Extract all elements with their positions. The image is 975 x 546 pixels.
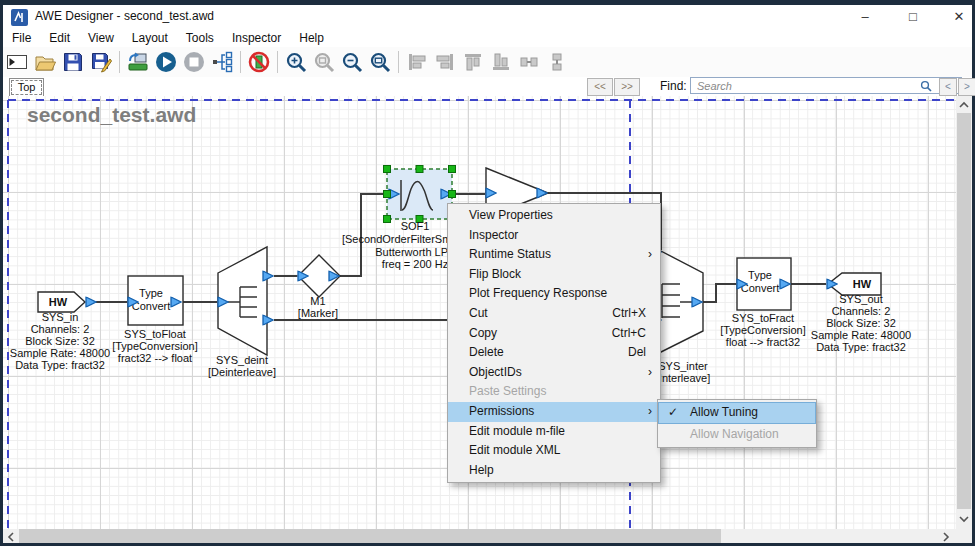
find-label: Find: — [660, 79, 687, 93]
menu-item-runtime-status[interactable]: Runtime Status› — [448, 245, 660, 265]
minimize-button[interactable]: – — [848, 5, 882, 29]
svg-text:SYS_toFloat: SYS_toFloat — [124, 328, 186, 340]
menu-bar: File Edit View Layout Tools Inspector He… — [3, 29, 972, 47]
vertical-scroll-thumb[interactable] — [957, 113, 971, 509]
svg-text:Channels: 2: Channels: 2 — [832, 305, 891, 317]
menu-inspector[interactable]: Inspector — [223, 31, 290, 45]
toolbar-separator — [277, 51, 278, 73]
svg-text:SYS_out: SYS_out — [839, 293, 882, 305]
new-canvas-icon[interactable] — [4, 49, 30, 75]
stop-icon[interactable] — [181, 49, 207, 75]
align-bottom-icon[interactable] — [488, 49, 514, 75]
submenu-item-allow-tuning[interactable]: ✓Allow Tuning — [658, 402, 816, 424]
scroll-left-icon[interactable] — [7, 532, 15, 542]
menu-help[interactable]: Help — [290, 31, 333, 45]
checkmark-icon: ✓ — [668, 402, 678, 424]
block-sys-tofract[interactable]: Type Convert — [737, 258, 791, 310]
svg-text:SYS_in: SYS_in — [42, 311, 79, 323]
block-sys-deint[interactable] — [218, 247, 273, 355]
toolbar-separator — [398, 51, 399, 73]
zoom-out-icon[interactable] — [339, 49, 365, 75]
svg-text:Type: Type — [748, 269, 772, 281]
distribute-vertical-icon[interactable] — [544, 49, 570, 75]
menu-item-flip-block[interactable]: Flip Block — [448, 265, 660, 285]
menu-file[interactable]: File — [3, 31, 40, 45]
toolbar-separator — [119, 51, 120, 73]
svg-text:[TypeConversion]: [TypeConversion] — [720, 324, 806, 336]
menu-edit[interactable]: Edit — [40, 31, 79, 45]
menu-layout[interactable]: Layout — [123, 31, 177, 45]
find-back-button[interactable]: << — [587, 78, 613, 96]
zoom-in-icon[interactable] — [283, 49, 309, 75]
menu-item-inspector[interactable]: Inspector — [448, 226, 660, 246]
open-file-icon[interactable] — [32, 49, 58, 75]
propagate-changes-icon[interactable] — [209, 49, 235, 75]
svg-text:Butterworth LPF: Butterworth LPF — [375, 246, 455, 258]
canvas-title: second_test.awd — [27, 103, 196, 126]
build-connect-icon[interactable] — [125, 49, 151, 75]
context-menu: View Properties Inspector Runtime Status… — [447, 203, 661, 483]
maximize-button[interactable]: □ — [896, 5, 930, 29]
find-forward-button[interactable]: >> — [614, 78, 640, 96]
play-icon[interactable] — [153, 49, 179, 75]
horizontal-scrollbar[interactable] — [3, 529, 956, 543]
scroll-down-icon[interactable] — [959, 515, 969, 523]
window-title: AWE Designer - second_test.awd — [35, 9, 214, 23]
zoom-fit-icon[interactable] — [367, 49, 393, 75]
scroll-right-icon[interactable] — [942, 532, 950, 542]
menu-view[interactable]: View — [79, 31, 123, 45]
block-sys-in-label: SYS_in Channels: 2 Block Size: 32 Sample… — [10, 311, 110, 371]
menu-item-edit-module-xml[interactable]: Edit module XML — [448, 441, 660, 461]
horizontal-scroll-thumb[interactable] — [19, 529, 721, 543]
submenu-arrow-icon: › — [648, 402, 652, 422]
vertical-scrollbar[interactable] — [956, 96, 972, 529]
block-sys-tofloat-label: SYS_toFloat [TypeConversion] fract32 -->… — [112, 328, 198, 364]
svg-text:SOF1: SOF1 — [401, 220, 430, 232]
menu-item-delete[interactable]: DeleteDel — [448, 343, 660, 363]
align-left-icon[interactable] — [404, 49, 430, 75]
search-icon — [920, 80, 932, 92]
align-right-icon[interactable] — [432, 49, 458, 75]
svg-text:Type: Type — [139, 287, 163, 299]
menu-item-objectids[interactable]: ObjectIDs› — [448, 363, 660, 383]
block-m1-label: M1 [Marker] — [298, 295, 338, 319]
svg-text:[Deinterleave]: [Deinterleave] — [208, 366, 276, 378]
distribute-horizontal-icon[interactable] — [516, 49, 542, 75]
block-sys-in[interactable]: HW — [38, 292, 96, 312]
menu-item-cut[interactable]: CutCtrl+X — [448, 304, 660, 324]
save-icon[interactable] — [60, 49, 86, 75]
svg-text:float --> fract32: float --> fract32 — [726, 336, 800, 348]
svg-text:Data Type: fract32: Data Type: fract32 — [816, 341, 906, 353]
zoom-normal-icon[interactable] — [311, 49, 337, 75]
tab-find-row: Top << >> Find: < > — [3, 77, 972, 96]
save-as-icon[interactable] — [88, 49, 114, 75]
svg-text:[Interleave]: [Interleave] — [656, 372, 710, 384]
menu-tools[interactable]: Tools — [177, 31, 223, 45]
svg-text:M1: M1 — [310, 295, 325, 307]
align-top-icon[interactable] — [460, 49, 486, 75]
svg-text:HW: HW — [49, 296, 68, 308]
close-button[interactable]: ✕ — [942, 5, 975, 29]
svg-text:Block Size: 32: Block Size: 32 — [25, 335, 95, 347]
wire[interactable] — [703, 284, 736, 302]
menu-item-view-properties[interactable]: View Properties — [448, 206, 660, 226]
menu-item-help[interactable]: Help — [448, 461, 660, 481]
menu-item-copy[interactable]: CopyCtrl+C — [448, 324, 660, 344]
block-sys-out[interactable]: HW — [827, 273, 881, 295]
block-sof1-selected[interactable] — [384, 166, 456, 223]
title-bar: AWE Designer - second_test.awd – □ ✕ — [3, 5, 972, 29]
halt-audio-icon[interactable] — [246, 49, 272, 75]
menu-item-permissions[interactable]: Permissions› — [448, 402, 660, 422]
output-pin — [263, 271, 273, 281]
menu-item-plot-frequency-response[interactable]: Plot Frequency Response — [448, 284, 660, 304]
menu-item-edit-module-m-file[interactable]: Edit module m-file — [448, 422, 660, 442]
find-prev-button[interactable]: < — [939, 78, 957, 96]
svg-text:Channels: 2: Channels: 2 — [31, 323, 90, 335]
scroll-up-icon[interactable] — [959, 101, 969, 109]
find-next-button[interactable]: > — [958, 78, 975, 96]
block-sys-tofloat[interactable]: Type Convert — [128, 276, 183, 325]
block-sys-tofract-label: SYS_toFract [TypeConversion] float --> f… — [720, 312, 806, 348]
block-m1-marker[interactable] — [298, 255, 340, 297]
tab-top[interactable]: Top — [9, 78, 44, 97]
svg-text:[TypeConversion]: [TypeConversion] — [112, 340, 198, 352]
